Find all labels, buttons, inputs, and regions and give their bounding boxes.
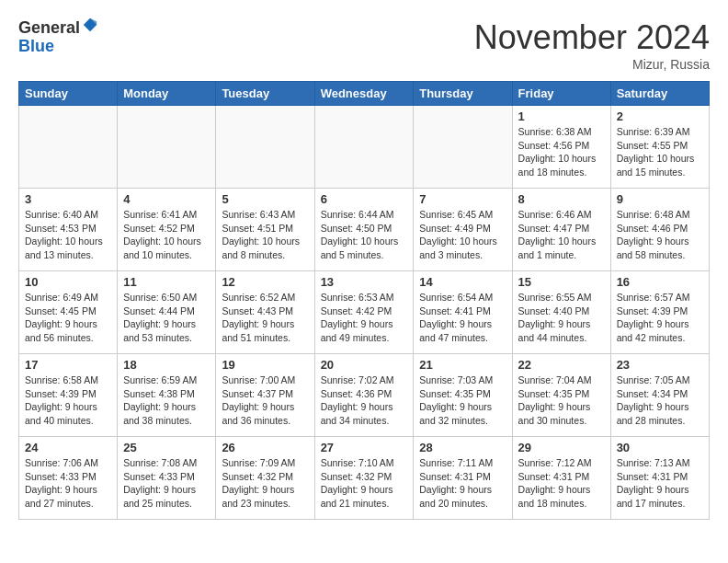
- calendar-cell: 24Sunrise: 7:06 AMSunset: 4:33 PMDayligh…: [19, 437, 118, 520]
- day-info: Sunrise: 7:12 AMSunset: 4:31 PMDaylight:…: [518, 456, 605, 511]
- calendar-table: SundayMondayTuesdayWednesdayThursdayFrid…: [18, 81, 710, 520]
- calendar-cell: [118, 106, 216, 189]
- day-info: Sunrise: 6:55 AMSunset: 4:40 PMDaylight:…: [518, 291, 605, 345]
- day-number: 29: [518, 441, 605, 454]
- weekday-header-friday: Friday: [512, 82, 610, 106]
- calendar-cell: 4Sunrise: 6:41 AMSunset: 4:52 PMDaylight…: [118, 189, 216, 271]
- day-info: Sunrise: 6:45 AMSunset: 4:49 PMDaylight:…: [419, 208, 506, 262]
- svg-marker-1: [90, 18, 97, 25]
- day-number: 15: [518, 275, 605, 289]
- calendar-cell: [19, 106, 118, 189]
- day-info: Sunrise: 6:54 AMSunset: 4:41 PMDaylight:…: [419, 291, 506, 345]
- day-number: 8: [518, 192, 605, 206]
- day-info: Sunrise: 7:10 AMSunset: 4:32 PMDaylight:…: [321, 456, 408, 511]
- calendar-cell: 29Sunrise: 7:12 AMSunset: 4:31 PMDayligh…: [512, 437, 610, 520]
- calendar-cell: 1Sunrise: 6:38 AMSunset: 4:56 PMDaylight…: [512, 106, 610, 189]
- weekday-header-thursday: Thursday: [414, 82, 512, 106]
- day-number: 9: [617, 192, 703, 206]
- calendar-cell: 30Sunrise: 7:13 AMSunset: 4:31 PMDayligh…: [610, 437, 709, 520]
- day-info: Sunrise: 6:49 AMSunset: 4:45 PMDaylight:…: [25, 291, 111, 345]
- day-number: 3: [25, 192, 111, 206]
- day-info: Sunrise: 7:05 AMSunset: 4:34 PMDaylight:…: [617, 373, 703, 428]
- day-info: Sunrise: 6:53 AMSunset: 4:42 PMDaylight:…: [321, 291, 408, 345]
- calendar-cell: 12Sunrise: 6:52 AMSunset: 4:43 PMDayligh…: [216, 271, 314, 354]
- day-number: 27: [321, 441, 408, 454]
- week-row-2: 3Sunrise: 6:40 AMSunset: 4:53 PMDaylight…: [19, 189, 710, 271]
- day-info: Sunrise: 6:38 AMSunset: 4:56 PMDaylight:…: [518, 125, 605, 179]
- day-info: Sunrise: 6:43 AMSunset: 4:51 PMDaylight:…: [222, 208, 308, 262]
- day-number: 25: [123, 441, 210, 454]
- calendar-cell: 17Sunrise: 6:58 AMSunset: 4:39 PMDayligh…: [19, 354, 118, 437]
- day-info: Sunrise: 7:06 AMSunset: 4:33 PMDaylight:…: [25, 456, 111, 511]
- day-info: Sunrise: 7:04 AMSunset: 4:35 PMDaylight:…: [518, 373, 605, 428]
- day-number: 4: [123, 192, 210, 206]
- calendar-cell: 11Sunrise: 6:50 AMSunset: 4:44 PMDayligh…: [118, 271, 216, 354]
- title-area: November 2024 Mizur, Russia: [474, 18, 710, 72]
- day-info: Sunrise: 6:59 AMSunset: 4:38 PMDaylight:…: [123, 373, 210, 428]
- day-number: 18: [123, 358, 210, 372]
- day-number: 7: [419, 192, 506, 206]
- calendar-cell: 8Sunrise: 6:46 AMSunset: 4:47 PMDaylight…: [512, 189, 610, 271]
- calendar-cell: 7Sunrise: 6:45 AMSunset: 4:49 PMDaylight…: [414, 189, 512, 271]
- calendar-cell: 14Sunrise: 6:54 AMSunset: 4:41 PMDayligh…: [414, 271, 512, 354]
- week-row-3: 10Sunrise: 6:49 AMSunset: 4:45 PMDayligh…: [19, 271, 710, 354]
- day-number: 11: [123, 275, 210, 289]
- day-number: 1: [518, 109, 605, 123]
- day-number: 24: [25, 441, 111, 454]
- calendar-cell: 2Sunrise: 6:39 AMSunset: 4:55 PMDaylight…: [610, 106, 709, 189]
- day-info: Sunrise: 7:08 AMSunset: 4:33 PMDaylight:…: [123, 456, 210, 511]
- calendar-cell: 19Sunrise: 7:00 AMSunset: 4:37 PMDayligh…: [216, 354, 314, 437]
- day-info: Sunrise: 6:57 AMSunset: 4:39 PMDaylight:…: [617, 291, 703, 345]
- calendar-cell: 20Sunrise: 7:02 AMSunset: 4:36 PMDayligh…: [314, 354, 414, 437]
- calendar-cell: 3Sunrise: 6:40 AMSunset: 4:53 PMDaylight…: [19, 189, 118, 271]
- calendar-cell: 25Sunrise: 7:08 AMSunset: 4:33 PMDayligh…: [118, 437, 216, 520]
- day-number: 6: [321, 192, 408, 206]
- day-number: 19: [222, 358, 308, 372]
- calendar-cell: 15Sunrise: 6:55 AMSunset: 4:40 PMDayligh…: [512, 271, 610, 354]
- day-info: Sunrise: 7:02 AMSunset: 4:36 PMDaylight:…: [321, 373, 408, 428]
- day-info: Sunrise: 6:40 AMSunset: 4:53 PMDaylight:…: [25, 208, 111, 262]
- day-info: Sunrise: 6:46 AMSunset: 4:47 PMDaylight:…: [518, 208, 605, 262]
- logo-blue: Blue: [18, 37, 54, 55]
- weekday-header-row: SundayMondayTuesdayWednesdayThursdayFrid…: [19, 82, 710, 106]
- day-number: 2: [617, 109, 703, 123]
- day-info: Sunrise: 6:44 AMSunset: 4:50 PMDaylight:…: [321, 208, 408, 262]
- calendar-cell: 28Sunrise: 7:11 AMSunset: 4:31 PMDayligh…: [414, 437, 512, 520]
- day-info: Sunrise: 6:39 AMSunset: 4:55 PMDaylight:…: [617, 125, 703, 179]
- day-number: 23: [617, 358, 703, 372]
- day-number: 13: [321, 275, 408, 289]
- calendar-cell: [414, 106, 512, 189]
- day-number: 10: [25, 275, 111, 289]
- day-info: Sunrise: 7:03 AMSunset: 4:35 PMDaylight:…: [419, 373, 506, 428]
- day-info: Sunrise: 6:52 AMSunset: 4:43 PMDaylight:…: [222, 291, 308, 345]
- page-header: General Blue November 2024 Mizur, Russia: [18, 18, 710, 72]
- calendar-cell: 26Sunrise: 7:09 AMSunset: 4:32 PMDayligh…: [216, 437, 314, 520]
- calendar-cell: 13Sunrise: 6:53 AMSunset: 4:42 PMDayligh…: [314, 271, 414, 354]
- calendar-cell: 23Sunrise: 7:05 AMSunset: 4:34 PMDayligh…: [610, 354, 709, 437]
- day-info: Sunrise: 6:50 AMSunset: 4:44 PMDaylight:…: [123, 291, 210, 345]
- weekday-header-sunday: Sunday: [19, 82, 118, 106]
- day-number: 5: [222, 192, 308, 206]
- day-number: 30: [617, 441, 703, 454]
- day-number: 17: [25, 358, 111, 372]
- day-number: 16: [617, 275, 703, 289]
- day-info: Sunrise: 6:58 AMSunset: 4:39 PMDaylight:…: [25, 373, 111, 428]
- calendar-cell: 18Sunrise: 6:59 AMSunset: 4:38 PMDayligh…: [118, 354, 216, 437]
- logo: General Blue: [18, 18, 98, 56]
- day-number: 14: [419, 275, 506, 289]
- calendar-cell: [314, 106, 414, 189]
- week-row-4: 17Sunrise: 6:58 AMSunset: 4:39 PMDayligh…: [19, 354, 710, 437]
- calendar-cell: [216, 106, 314, 189]
- week-row-1: 1Sunrise: 6:38 AMSunset: 4:56 PMDaylight…: [19, 106, 710, 189]
- logo-general: General: [18, 18, 80, 37]
- logo-icon: [82, 17, 98, 33]
- day-number: 22: [518, 358, 605, 372]
- calendar-cell: 16Sunrise: 6:57 AMSunset: 4:39 PMDayligh…: [610, 271, 709, 354]
- calendar-cell: 22Sunrise: 7:04 AMSunset: 4:35 PMDayligh…: [512, 354, 610, 437]
- calendar-cell: 9Sunrise: 6:48 AMSunset: 4:46 PMDaylight…: [610, 189, 709, 271]
- calendar-cell: 10Sunrise: 6:49 AMSunset: 4:45 PMDayligh…: [19, 271, 118, 354]
- day-number: 12: [222, 275, 308, 289]
- calendar-cell: 5Sunrise: 6:43 AMSunset: 4:51 PMDaylight…: [216, 189, 314, 271]
- week-row-5: 24Sunrise: 7:06 AMSunset: 4:33 PMDayligh…: [19, 437, 710, 520]
- location: Mizur, Russia: [474, 57, 710, 72]
